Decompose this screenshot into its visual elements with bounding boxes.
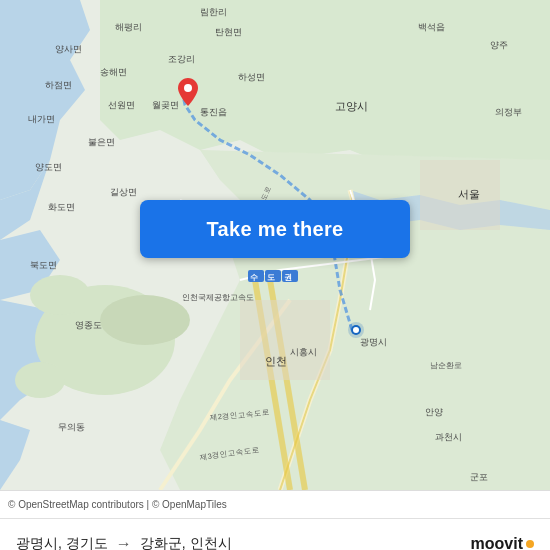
svg-point-4 (100, 295, 190, 345)
take-me-there-button[interactable]: Take me there (140, 200, 410, 258)
svg-text:권: 권 (284, 273, 292, 282)
svg-rect-6 (240, 300, 330, 380)
svg-point-48 (184, 84, 192, 92)
attribution-text: © OpenStreetMap contributors | © OpenMap… (8, 499, 542, 510)
svg-text:광명시: 광명시 (360, 337, 387, 347)
svg-text:수: 수 (250, 273, 258, 282)
svg-text:해평리: 해평리 (115, 22, 142, 32)
svg-text:불은면: 불은면 (88, 137, 115, 147)
svg-text:양주: 양주 (490, 40, 508, 50)
svg-text:인천: 인천 (265, 355, 287, 367)
moovit-logo: moovit (471, 535, 534, 551)
moovit-logo-dot (526, 540, 534, 548)
svg-text:조강리: 조강리 (168, 54, 195, 64)
svg-text:양사면: 양사면 (55, 44, 82, 54)
svg-text:군포: 군포 (470, 472, 488, 482)
svg-text:림한리: 림한리 (200, 7, 227, 17)
svg-text:무의동: 무의동 (58, 422, 85, 432)
svg-text:과천시: 과천시 (435, 432, 462, 442)
svg-text:길상면: 길상면 (110, 187, 137, 197)
svg-text:송해면: 송해면 (100, 67, 127, 77)
svg-point-51 (353, 327, 359, 333)
svg-text:영종도: 영종도 (75, 320, 102, 330)
svg-text:시흥시: 시흥시 (290, 347, 317, 357)
svg-text:통진읍: 통진읍 (200, 107, 227, 117)
svg-text:선원면: 선원면 (108, 100, 135, 110)
svg-text:도: 도 (267, 273, 275, 282)
svg-text:화도면: 화도면 (48, 202, 75, 212)
current-location-dot (348, 322, 364, 338)
svg-text:백석읍: 백석읍 (418, 22, 445, 32)
route-from: 광명시, 경기도 (16, 535, 108, 551)
map-container: 양사면 해평리 탄현면 림한리 하점면 송해면 조강리 하성면 백석읍 양주 의… (0, 0, 550, 490)
bottom-bar: 광명시, 경기도 → 강화군, 인천시 moovit (0, 518, 550, 550)
svg-text:하점면: 하점면 (45, 80, 72, 90)
route-to: 강화군, 인천시 (140, 535, 232, 551)
svg-text:서울: 서울 (458, 188, 480, 200)
svg-text:내가면: 내가면 (28, 114, 55, 124)
svg-text:월곶면: 월곶면 (152, 100, 179, 110)
destination-pin (178, 78, 198, 106)
attribution-bar: © OpenStreetMap contributors | © OpenMap… (0, 490, 550, 518)
svg-text:남순환로: 남순환로 (430, 361, 462, 370)
svg-point-2 (30, 275, 90, 315)
svg-text:탄현면: 탄현면 (215, 27, 242, 37)
svg-text:의정부: 의정부 (495, 107, 522, 117)
svg-text:북도면: 북도면 (30, 260, 57, 270)
moovit-logo-text: moovit (471, 535, 523, 551)
svg-text:인천국제공항고속도: 인천국제공항고속도 (182, 293, 254, 302)
svg-text:양도면: 양도면 (35, 162, 62, 172)
route-arrow: → (116, 535, 132, 551)
svg-text:고양시: 고양시 (335, 100, 368, 112)
svg-text:하성면: 하성면 (238, 72, 265, 82)
button-overlay: Take me there (140, 200, 410, 258)
svg-point-3 (15, 362, 65, 398)
svg-text:안양: 안양 (425, 407, 443, 417)
